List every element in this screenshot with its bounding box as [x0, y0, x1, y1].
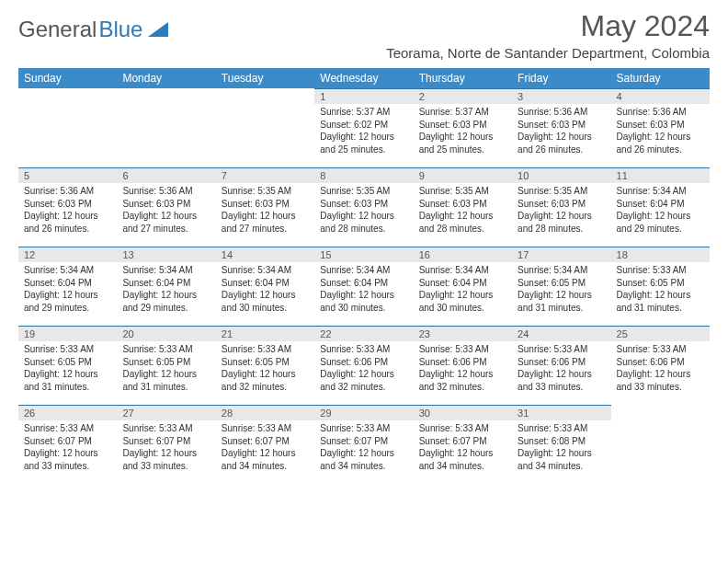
- day-number: 18: [611, 247, 710, 262]
- calendar-day-cell: 29Sunrise: 5:33 AMSunset: 6:07 PMDayligh…: [314, 405, 413, 484]
- calendar-day-cell: 14Sunrise: 5:34 AMSunset: 6:04 PMDayligh…: [216, 247, 314, 326]
- weekday-header: Monday: [117, 68, 215, 88]
- calendar-day-cell: 31Sunrise: 5:33 AMSunset: 6:08 PMDayligh…: [512, 405, 610, 484]
- day-details: Sunrise: 5:33 AMSunset: 6:07 PMDaylight:…: [314, 420, 413, 474]
- weekday-header: Saturday: [611, 68, 710, 88]
- day-details: Sunrise: 5:36 AMSunset: 6:03 PMDaylight:…: [18, 183, 117, 236]
- day-number: 20: [117, 326, 215, 341]
- day-number: 10: [512, 167, 610, 183]
- logo-text-2: Blue: [98, 17, 142, 42]
- calendar-day-cell: 22Sunrise: 5:33 AMSunset: 6:06 PMDayligh…: [314, 326, 413, 405]
- day-details: Sunrise: 5:33 AMSunset: 6:05 PMDaylight:…: [117, 341, 215, 395]
- calendar-day-cell: .: [216, 88, 314, 167]
- day-number: 28: [216, 405, 314, 420]
- calendar-day-cell: 1Sunrise: 5:37 AMSunset: 6:02 PMDaylight…: [314, 88, 413, 167]
- logo: GeneralBlue: [18, 9, 168, 42]
- day-details: Sunrise: 5:34 AMSunset: 6:04 PMDaylight:…: [18, 262, 117, 316]
- calendar-day-cell: 8Sunrise: 5:35 AMSunset: 6:03 PMDaylight…: [314, 167, 413, 247]
- day-details: Sunrise: 5:33 AMSunset: 6:06 PMDaylight:…: [512, 341, 610, 395]
- day-details: Sunrise: 5:34 AMSunset: 6:04 PMDaylight:…: [414, 262, 512, 316]
- day-number: 15: [314, 247, 413, 262]
- day-number: 13: [117, 247, 215, 262]
- calendar-week-row: ...1Sunrise: 5:37 AMSunset: 6:02 PMDayli…: [18, 88, 710, 167]
- calendar-day-cell: 19Sunrise: 5:33 AMSunset: 6:05 PMDayligh…: [18, 326, 117, 405]
- day-number: 19: [18, 326, 117, 341]
- header: GeneralBlue May 2024: [18, 9, 710, 43]
- weekday-header: Sunday: [18, 68, 117, 88]
- calendar-day-cell: 27Sunrise: 5:33 AMSunset: 6:07 PMDayligh…: [117, 405, 215, 484]
- day-number: 17: [512, 247, 610, 262]
- calendar-day-cell: .: [117, 88, 215, 167]
- calendar-day-cell: 15Sunrise: 5:34 AMSunset: 6:04 PMDayligh…: [314, 247, 413, 326]
- day-number: 14: [216, 247, 314, 262]
- day-details: Sunrise: 5:33 AMSunset: 6:05 PMDaylight:…: [611, 262, 710, 316]
- day-details: Sunrise: 5:33 AMSunset: 6:07 PMDaylight:…: [216, 420, 314, 474]
- calendar-day-cell: 10Sunrise: 5:35 AMSunset: 6:03 PMDayligh…: [512, 167, 610, 247]
- svg-marker-0: [148, 22, 168, 37]
- day-number: 12: [18, 247, 117, 262]
- day-details: Sunrise: 5:36 AMSunset: 6:03 PMDaylight:…: [611, 104, 710, 157]
- day-number: 16: [414, 247, 512, 262]
- day-details: Sunrise: 5:35 AMSunset: 6:03 PMDaylight:…: [414, 183, 512, 236]
- day-number: 31: [512, 405, 610, 420]
- calendar-day-cell: .: [611, 405, 710, 484]
- day-details: Sunrise: 5:34 AMSunset: 6:05 PMDaylight:…: [512, 262, 610, 316]
- day-details: Sunrise: 5:35 AMSunset: 6:03 PMDaylight:…: [216, 183, 314, 236]
- day-details: Sunrise: 5:34 AMSunset: 6:04 PMDaylight:…: [216, 262, 314, 316]
- weekday-header: Tuesday: [216, 68, 314, 88]
- weekday-header: Thursday: [414, 68, 512, 88]
- day-details: Sunrise: 5:33 AMSunset: 6:06 PMDaylight:…: [314, 341, 413, 395]
- calendar-day-cell: 28Sunrise: 5:33 AMSunset: 6:07 PMDayligh…: [216, 405, 314, 484]
- day-number: 29: [314, 405, 413, 420]
- day-details: Sunrise: 5:33 AMSunset: 6:05 PMDaylight:…: [216, 341, 314, 395]
- calendar-day-cell: 11Sunrise: 5:34 AMSunset: 6:04 PMDayligh…: [611, 167, 710, 247]
- calendar-day-cell: 23Sunrise: 5:33 AMSunset: 6:06 PMDayligh…: [414, 326, 512, 405]
- day-number: 25: [611, 326, 710, 341]
- calendar-body: ...1Sunrise: 5:37 AMSunset: 6:02 PMDayli…: [18, 88, 710, 484]
- page-title: May 2024: [580, 9, 710, 43]
- day-number: 8: [314, 167, 413, 183]
- calendar-day-cell: 3Sunrise: 5:36 AMSunset: 6:03 PMDaylight…: [512, 88, 610, 167]
- day-number: 11: [611, 167, 710, 183]
- day-details: Sunrise: 5:33 AMSunset: 6:05 PMDaylight:…: [18, 341, 117, 395]
- calendar-day-cell: 21Sunrise: 5:33 AMSunset: 6:05 PMDayligh…: [216, 326, 314, 405]
- calendar-day-cell: 4Sunrise: 5:36 AMSunset: 6:03 PMDaylight…: [611, 88, 710, 167]
- weekday-header: Friday: [512, 68, 610, 88]
- calendar-week-row: 26Sunrise: 5:33 AMSunset: 6:07 PMDayligh…: [18, 405, 710, 484]
- weekday-header-row: SundayMondayTuesdayWednesdayThursdayFrid…: [18, 68, 710, 88]
- location-subtitle: Teorama, Norte de Santander Department, …: [18, 45, 710, 61]
- calendar-day-cell: 13Sunrise: 5:34 AMSunset: 6:04 PMDayligh…: [117, 247, 215, 326]
- calendar-day-cell: 20Sunrise: 5:33 AMSunset: 6:05 PMDayligh…: [117, 326, 215, 405]
- calendar-day-cell: 30Sunrise: 5:33 AMSunset: 6:07 PMDayligh…: [414, 405, 512, 484]
- day-number: 27: [117, 405, 215, 420]
- calendar-day-cell: .: [18, 88, 117, 167]
- calendar-week-row: 12Sunrise: 5:34 AMSunset: 6:04 PMDayligh…: [18, 247, 710, 326]
- day-number: 6: [117, 167, 215, 183]
- calendar-day-cell: 18Sunrise: 5:33 AMSunset: 6:05 PMDayligh…: [611, 247, 710, 326]
- day-details: Sunrise: 5:37 AMSunset: 6:03 PMDaylight:…: [414, 104, 512, 157]
- calendar-day-cell: 25Sunrise: 5:33 AMSunset: 6:06 PMDayligh…: [611, 326, 710, 405]
- day-details: Sunrise: 5:33 AMSunset: 6:08 PMDaylight:…: [512, 420, 610, 474]
- day-number: 26: [18, 405, 117, 420]
- day-details: Sunrise: 5:33 AMSunset: 6:07 PMDaylight:…: [117, 420, 215, 474]
- day-details: Sunrise: 5:33 AMSunset: 6:06 PMDaylight:…: [414, 341, 512, 395]
- day-details: Sunrise: 5:36 AMSunset: 6:03 PMDaylight:…: [117, 183, 215, 236]
- weekday-header: Wednesday: [314, 68, 413, 88]
- calendar-day-cell: 6Sunrise: 5:36 AMSunset: 6:03 PMDaylight…: [117, 167, 215, 247]
- day-number: 9: [414, 167, 512, 183]
- calendar-day-cell: 2Sunrise: 5:37 AMSunset: 6:03 PMDaylight…: [414, 88, 512, 167]
- day-number: 7: [216, 167, 314, 183]
- day-number: 30: [414, 405, 512, 420]
- day-details: Sunrise: 5:36 AMSunset: 6:03 PMDaylight:…: [512, 104, 610, 157]
- calendar-week-row: 19Sunrise: 5:33 AMSunset: 6:05 PMDayligh…: [18, 326, 710, 405]
- calendar-day-cell: 5Sunrise: 5:36 AMSunset: 6:03 PMDaylight…: [18, 167, 117, 247]
- calendar-day-cell: 26Sunrise: 5:33 AMSunset: 6:07 PMDayligh…: [18, 405, 117, 484]
- day-details: Sunrise: 5:33 AMSunset: 6:06 PMDaylight:…: [611, 341, 710, 395]
- day-number: 24: [512, 326, 610, 341]
- calendar-day-cell: 17Sunrise: 5:34 AMSunset: 6:05 PMDayligh…: [512, 247, 610, 326]
- logo-text-1: General: [18, 17, 97, 42]
- calendar-day-cell: 9Sunrise: 5:35 AMSunset: 6:03 PMDaylight…: [414, 167, 512, 247]
- calendar-day-cell: 7Sunrise: 5:35 AMSunset: 6:03 PMDaylight…: [216, 167, 314, 247]
- day-details: Sunrise: 5:34 AMSunset: 6:04 PMDaylight:…: [117, 262, 215, 316]
- day-details: Sunrise: 5:33 AMSunset: 6:07 PMDaylight:…: [18, 420, 117, 474]
